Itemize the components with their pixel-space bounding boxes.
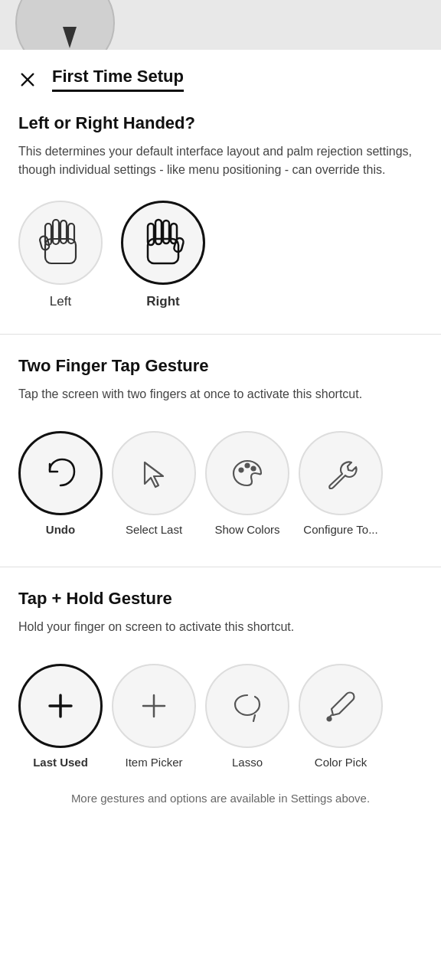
dial-widget: 30 [15,0,115,50]
close-button[interactable] [15,67,40,92]
gesture-circle-lasso [205,664,289,748]
dial-number: 30 [56,0,74,1]
hand-option-left[interactable]: Left [18,201,103,309]
hand-label-right: Right [146,294,179,309]
gesture-label-item-picker: Item Picker [125,756,182,769]
svg-rect-4 [53,220,59,244]
gesture-circle-select-last [112,431,196,515]
gesture-option-select-last[interactable]: Select Last [112,431,196,536]
svg-point-15 [246,464,250,468]
svg-rect-10 [155,220,162,244]
two-finger-desc: Tap the screen with two fingers at once … [18,385,423,403]
plus-bold-icon [44,689,77,723]
gesture-option-undo[interactable]: Undo [18,431,103,536]
gesture-label-lasso: Lasso [232,756,263,769]
two-finger-section: Two Finger Tap Gesture Tap the screen wi… [0,335,441,403]
hand-section: Left or Right Handed? This determines yo… [0,92,441,309]
gesture-label-undo: Undo [46,523,75,536]
left-hand-icon [38,216,83,270]
svg-rect-11 [163,220,169,243]
gesture-option-configure-tool[interactable]: Configure To... [299,431,383,536]
gesture-circle-item-picker [112,664,196,748]
gesture-option-show-colors[interactable]: Show Colors [205,431,289,536]
tap-hold-section: Tap + Hold Gesture Hold your finger on s… [0,567,441,636]
plus-icon [137,689,171,723]
header: First Time Setup [0,50,441,92]
top-peek-area: 30 [0,0,441,50]
gesture-label-select-last: Select Last [126,523,182,536]
two-finger-scroll[interactable]: Undo Select Last [0,425,441,542]
gesture-circle-undo [18,431,103,515]
gesture-option-color-pick[interactable]: Color Pick [299,664,383,769]
hand-section-desc: This determines your default interface l… [18,142,423,179]
tap-hold-title: Tap + Hold Gesture [18,589,423,609]
hand-label-left: Left [50,294,71,309]
gesture-circle-show-colors [205,431,289,515]
main-card: First Time Setup Left or Right Handed? T… [0,50,441,980]
eyedropper-icon [324,689,358,723]
wrench-icon [324,456,358,490]
palette-icon [230,456,264,490]
footer-note: More gestures and options are available … [0,775,441,823]
gesture-circle-configure-tool [299,431,383,515]
gesture-circle-color-pick [299,664,383,748]
cursor-icon [137,456,171,490]
svg-rect-9 [148,224,154,245]
gesture-label-last-used: Last Used [33,756,88,769]
page-title: First Time Setup [52,67,184,92]
svg-point-14 [240,469,243,472]
gesture-option-lasso[interactable]: Lasso [205,664,289,769]
gesture-circle-last-used [18,664,103,748]
close-icon [19,71,36,88]
svg-point-16 [252,467,256,471]
svg-point-22 [328,717,332,721]
undo-icon [44,456,77,490]
gesture-label-configure-tool: Configure To... [303,523,377,536]
dial-marker [63,27,77,48]
hand-options: Left Right [18,201,423,309]
right-hand-icon [140,216,186,270]
tap-hold-scroll[interactable]: Last Used Item Picker [0,658,441,775]
two-finger-title: Two Finger Tap Gesture [18,356,423,376]
hand-option-right[interactable]: Right [121,201,205,309]
svg-rect-5 [60,220,67,243]
lasso-icon [230,689,264,723]
tap-hold-desc: Hold your finger on screen to activate t… [18,618,423,636]
gesture-option-item-picker[interactable]: Item Picker [112,664,196,769]
gesture-option-last-used[interactable]: Last Used [18,664,103,769]
gesture-label-show-colors: Show Colors [214,523,279,536]
hand-circle-right [121,201,205,285]
hand-circle-left [18,201,103,285]
tap-hold-options: Last Used Item Picker [0,658,401,775]
gesture-label-color-pick: Color Pick [315,756,367,769]
hand-section-title: Left or Right Handed? [18,113,423,133]
two-finger-options: Undo Select Last [0,425,401,542]
